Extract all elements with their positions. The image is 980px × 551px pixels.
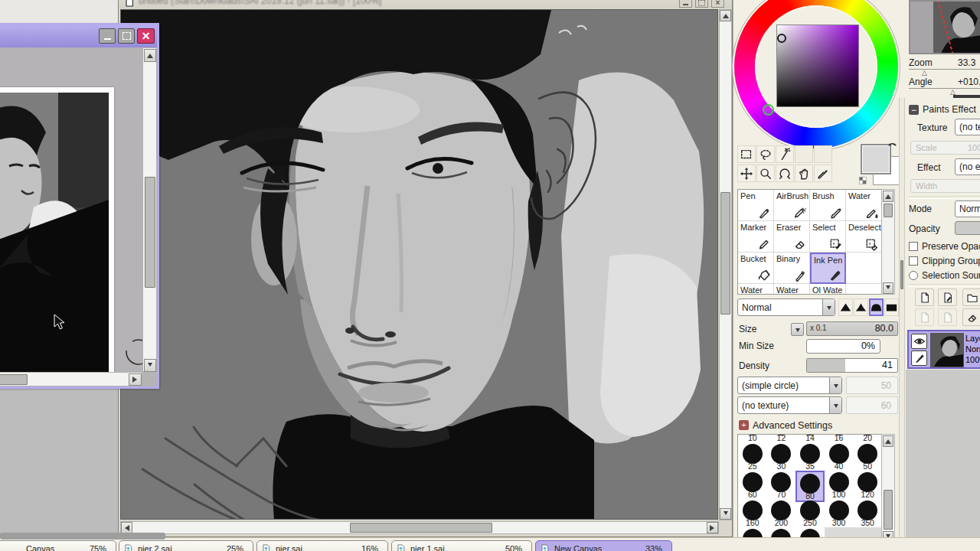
panel-vscrollbar[interactable]: [899, 98, 905, 543]
canvas-vscroll-thumb[interactable]: [720, 192, 730, 315]
brush-ink-pen[interactable]: Ink Pen: [810, 253, 846, 284]
layer-paint-indicator[interactable]: [911, 350, 927, 366]
size-preset-16[interactable]: 16: [825, 434, 854, 442]
brush-water[interactable]: Water: [774, 284, 810, 295]
navigator-zoom-slider-marker[interactable]: △: [922, 70, 927, 77]
ref-vscrollbar[interactable]: [142, 47, 157, 372]
tip-shape-round-peak-button[interactable]: [854, 298, 868, 316]
dropdown-arrow-icon[interactable]: [822, 299, 835, 315]
ref-vscroll-thumb[interactable]: [145, 177, 155, 288]
taskbar-tab-nier-1-sai[interactable]: nier 1.sai50%: [391, 540, 532, 551]
paints-effect-collapse-button[interactable]: −: [909, 105, 919, 115]
ref-hscrollbar[interactable]: [0, 372, 142, 386]
canvas-vscroll-up-button[interactable]: [720, 10, 731, 21]
maximize-button[interactable]: [695, 0, 708, 8]
tip-shape-peak-button[interactable]: [838, 298, 853, 316]
brush-brush[interactable]: Brush: [810, 190, 846, 221]
sv-square[interactable]: [776, 24, 859, 107]
brush-airbrush[interactable]: AirBrush: [774, 190, 810, 221]
size-scroll-thumb[interactable]: [884, 490, 893, 530]
size-preset-14[interactable]: 14: [795, 434, 825, 442]
size-preset-60[interactable]: 60: [738, 471, 767, 502]
ref-vscroll-up-button[interactable]: [144, 49, 156, 62]
hand-tool-button[interactable]: [795, 165, 813, 182]
brush-grid-scrollbar[interactable]: [881, 189, 895, 295]
new-layer-button[interactable]: [915, 289, 934, 306]
taskbar-tab-new-canvas[interactable]: New Canvas33%: [535, 540, 672, 551]
canvas-hscrollbar[interactable]: [120, 521, 719, 534]
eyedropper-tool-button[interactable]: [814, 165, 832, 182]
new-layer-set-button[interactable]: [962, 289, 980, 306]
taskbar-tab-canvas[interactable]: Canvas75%: [0, 540, 116, 551]
preserve-opacity-checkbox[interactable]: [909, 242, 918, 251]
sv-marker[interactable]: [777, 34, 786, 43]
canvas-viewport[interactable]: [120, 9, 718, 520]
dropdown-arrow-icon[interactable]: [829, 397, 841, 413]
size-preset-35[interactable]: 35: [795, 442, 825, 471]
zoom-tool-tool-button[interactable]: [756, 165, 775, 182]
close-button[interactable]: ×: [711, 0, 724, 8]
navigator-preview[interactable]: [909, 0, 980, 54]
ref-hscroll-thumb[interactable]: [0, 374, 28, 385]
size-preset-350[interactable]: 350: [853, 499, 882, 527]
brush-water[interactable]: Water: [846, 190, 882, 221]
minimize-button[interactable]: [679, 0, 692, 8]
new-vector-layer-button[interactable]: [938, 289, 957, 306]
size-preset-40[interactable]: 40: [825, 442, 854, 471]
size-slider[interactable]: x 0.1 80.0: [806, 321, 898, 336]
ref-close-button[interactable]: ✕: [137, 28, 155, 44]
reference-canvas[interactable]: [0, 47, 142, 372]
size-preset-300[interactable]: 300: [825, 499, 854, 527]
taskbar-tab-nier-sai[interactable]: nier.sai16%: [256, 540, 388, 551]
canvas-window-titlebar[interactable]: untitled (Start\Downloads\SAI 2019.12 (j…: [119, 0, 732, 8]
density-slider[interactable]: 41: [806, 358, 898, 373]
brush-deselect[interactable]: Deselects: [846, 221, 882, 253]
brush-marker[interactable]: Marker: [738, 221, 774, 253]
ref-minimize-button[interactable]: [99, 28, 116, 44]
brush-blend-mode-dropdown[interactable]: Normal: [737, 298, 835, 316]
rotate-tool-button[interactable]: [776, 165, 794, 182]
panel-vscroll-thumb[interactable]: [900, 260, 903, 289]
min-size-slider[interactable]: 0%: [806, 339, 880, 354]
brush-texture-dropdown[interactable]: (no texture): [737, 396, 842, 414]
size-grid-scrollbar[interactable]: [881, 434, 895, 543]
size-preset-80[interactable]: 80: [795, 471, 825, 502]
ref-vscroll-down-button[interactable]: [144, 359, 156, 372]
canvas-vscroll-down-button[interactable]: [720, 508, 731, 520]
selection-source-radio[interactable]: [909, 271, 918, 280]
navigator-zoom-slider[interactable]: [909, 69, 980, 70]
layer-mode-dropdown[interactable]: Normal: [955, 201, 980, 217]
size-preset-30[interactable]: 30: [767, 442, 796, 471]
magic-wand-tool-button[interactable]: [776, 145, 794, 163]
brush-eraser[interactable]: Eraser: [774, 221, 810, 253]
size-preset-50[interactable]: 50: [853, 442, 882, 471]
layer-opacity-slider[interactable]: [955, 221, 980, 235]
ref-maximize-button[interactable]: [118, 28, 135, 44]
brush-pen[interactable]: Pen: [738, 190, 774, 221]
size-preset-70[interactable]: 70: [767, 471, 796, 502]
brush-select[interactable]: Selects: [810, 221, 846, 253]
reference-window-titlebar[interactable]: ✕: [0, 25, 157, 47]
size-unit-dropdown-button[interactable]: [791, 323, 804, 336]
canvas-hscroll-left-button[interactable]: [121, 522, 132, 533]
dropdown-arrow-icon[interactable]: [829, 377, 841, 393]
brush-scroll-down-button[interactable]: [883, 282, 893, 294]
clear-layer-button[interactable]: [962, 308, 980, 326]
size-preset-10[interactable]: 10: [738, 434, 767, 442]
size-preset-160[interactable]: 160: [738, 499, 767, 527]
layer-row[interactable]: Layer1 Normal 100%: [907, 330, 980, 369]
hue-marker[interactable]: [763, 104, 774, 116]
ref-hscroll-right-button[interactable]: [129, 373, 142, 386]
brush-water[interactable]: Water: [738, 284, 774, 295]
brush-shape-dropdown[interactable]: (simple circle): [737, 377, 842, 394]
color-wheel[interactable]: [734, 0, 898, 148]
brush-binary[interactable]: Binary: [774, 253, 810, 284]
brush-bucket[interactable]: Bucket: [738, 253, 774, 284]
advanced-settings-expand-button[interactable]: +: [739, 420, 749, 430]
canvas-hscroll-thumb[interactable]: [350, 523, 492, 533]
taskbar-tab-nier-2-sai[interactable]: nier 2.sai25%: [119, 540, 253, 551]
panel-resize-handle[interactable]: [953, 95, 980, 98]
canvas-hscroll-right-button[interactable]: [707, 522, 718, 533]
size-preset-100[interactable]: 100: [825, 471, 854, 502]
rect-select-tool-button[interactable]: [737, 145, 756, 163]
